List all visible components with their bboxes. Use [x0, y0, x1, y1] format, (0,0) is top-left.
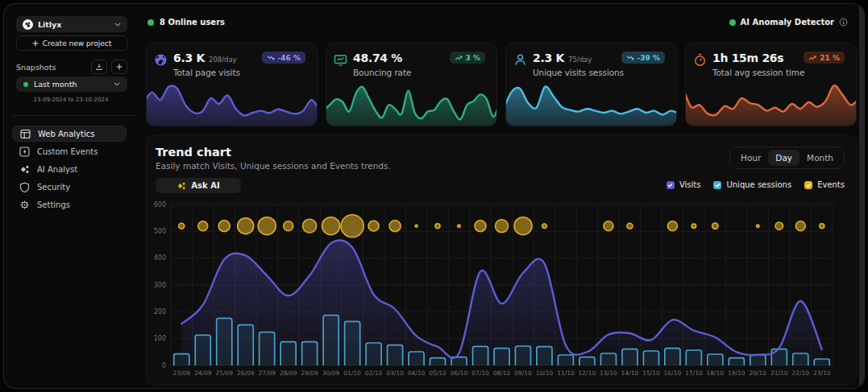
trend-chart: 010020030040050060023/0924/0925/0926/092… [147, 198, 856, 385]
card-bouncing-rate: 48.74 % 3 % Bouncing rate [326, 43, 497, 126]
svg-text:27/09: 27/09 [258, 369, 276, 377]
svg-text:29/09: 29/09 [301, 369, 318, 377]
sidebar-item-custom-events[interactable]: Custom Events [12, 142, 127, 160]
svg-text:11/10: 11/10 [557, 369, 575, 377]
card-label: Bouncing rate [353, 68, 411, 77]
trend-down-icon [267, 55, 275, 61]
trend-badge: -46 % [262, 52, 305, 64]
card-unique-visits: 2.3 K 75/day -39 % Unique visits session… [505, 43, 677, 126]
legend-label: Visits [679, 180, 701, 189]
svg-text:16/10: 16/10 [664, 369, 682, 377]
sidebar-item-ai-analyst[interactable]: AI Analyst [12, 160, 127, 178]
window-scrollbar[interactable] [859, 5, 864, 387]
trend-down-icon [626, 55, 634, 61]
info-icon[interactable] [839, 18, 848, 27]
svg-text:300: 300 [154, 282, 166, 289]
snapshot-range-selector[interactable]: Last month [16, 76, 127, 92]
project-selector[interactable]: Litlyx [16, 16, 127, 32]
svg-text:15/10: 15/10 [642, 369, 660, 377]
sidebar-item-label: AI Analyst [37, 165, 77, 174]
svg-text:13/10: 13/10 [600, 369, 617, 377]
timer-icon [693, 53, 707, 67]
trend-badge: 21 % [804, 52, 845, 64]
ask-ai-button[interactable]: Ask AI [156, 178, 241, 193]
sidebar-item-label: Security [37, 183, 70, 192]
sidebar: Litlyx Create new project Snapshots Last… [4, 4, 138, 388]
svg-text:09/10: 09/10 [514, 369, 532, 377]
ai-anomaly-detector: AI Anomaly Detector [729, 18, 848, 27]
legend-visits[interactable]: Visits [667, 180, 701, 189]
trend-up-icon [808, 55, 816, 61]
spark-3 [686, 80, 856, 126]
card-label: Unique visits sessions [533, 68, 624, 77]
sidebar-item-label: Settings [37, 200, 70, 209]
anomaly-status-dot [729, 19, 736, 26]
legend-unique-sessions[interactable]: Unique sessions [713, 180, 791, 189]
create-project-label: Create new project [43, 39, 111, 47]
project-name: Litlyx [38, 20, 110, 29]
layout-icon [20, 129, 31, 139]
svg-text:10/10: 10/10 [536, 369, 554, 377]
svg-text:100: 100 [154, 335, 166, 342]
svg-text:24/09: 24/09 [194, 369, 212, 377]
card-value: 6.3 K [173, 52, 205, 64]
mode-day[interactable]: Day [768, 150, 799, 166]
svg-text:19/10: 19/10 [728, 369, 745, 377]
snapshot-add-button[interactable] [111, 60, 127, 74]
card-total-page-visits: 6.3 K 208/day -46 % Total page visits [146, 43, 318, 126]
anomaly-label: AI Anomaly Detector [741, 18, 834, 27]
sidebar-item-label: Custom Events [37, 147, 98, 156]
legend-checkbox-2[interactable] [804, 181, 812, 189]
presentation-icon [334, 53, 347, 67]
spark-2 [506, 80, 676, 126]
sidebar-item-settings[interactable]: Settings [12, 196, 127, 213]
snapshot-save-button[interactable] [91, 60, 107, 74]
create-project-button[interactable]: Create new project [16, 35, 127, 51]
chart-legend: Visits Unique sessions Events [667, 180, 845, 189]
svg-text:28/09: 28/09 [280, 369, 297, 377]
sidebar-item-web-analytics[interactable]: Web Analytics [12, 126, 127, 142]
badge-value: -39 % [638, 54, 660, 62]
svg-text:14/10: 14/10 [621, 369, 639, 377]
legend-checkbox-1[interactable] [713, 181, 721, 189]
sidebar-item-security[interactable]: Security [12, 178, 127, 196]
svg-text:05/10: 05/10 [429, 369, 446, 377]
ask-ai-label: Ask AI [191, 181, 219, 190]
litlyx-logo-icon [23, 19, 33, 30]
svg-text:30/09: 30/09 [322, 369, 340, 377]
legend-checkbox-0[interactable] [667, 181, 675, 189]
svg-text:18/10: 18/10 [706, 369, 724, 377]
mode-hour[interactable]: Hour [733, 150, 768, 166]
svg-text:200: 200 [154, 308, 166, 316]
svg-text:23/09: 23/09 [172, 369, 190, 377]
card-value: 1h 15m 26s [712, 52, 783, 64]
svg-text:500: 500 [154, 228, 166, 235]
trend-title: Trend chart [156, 146, 231, 159]
svg-text:03/10: 03/10 [386, 369, 404, 377]
bolt-square-icon [19, 146, 30, 157]
chevron-down-icon [114, 82, 120, 86]
sidebar-divider [12, 115, 135, 116]
svg-text:400: 400 [154, 254, 166, 262]
svg-text:17/10: 17/10 [685, 369, 703, 377]
trend-up-icon [455, 55, 463, 61]
snapshots-row: Snapshots [16, 60, 127, 74]
person-icon [513, 53, 527, 67]
online-status-dot [147, 19, 154, 26]
svg-text:06/10: 06/10 [451, 369, 468, 377]
ai-sparkle-icon [177, 181, 186, 191]
legend-label: Unique sessions [726, 180, 791, 189]
shield-icon [19, 182, 30, 192]
badge-value: 3 % [466, 54, 480, 62]
mode-month[interactable]: Month [799, 150, 841, 166]
card-label: Total avg session time [712, 68, 804, 77]
svg-text:25/09: 25/09 [215, 369, 233, 377]
sidebar-item-label: Web Analytics [38, 130, 94, 138]
svg-text:26/09: 26/09 [237, 369, 255, 377]
legend-events[interactable]: Events [804, 180, 845, 189]
range-dates: 23-09-2024 to 23-10-2024 [4, 97, 138, 103]
svg-text:0: 0 [162, 362, 166, 369]
plus-icon [32, 40, 39, 47]
card-per-day: 75/day [568, 56, 592, 64]
trend-subtitle: Easily match Visits, Unique sessions and… [156, 161, 391, 171]
